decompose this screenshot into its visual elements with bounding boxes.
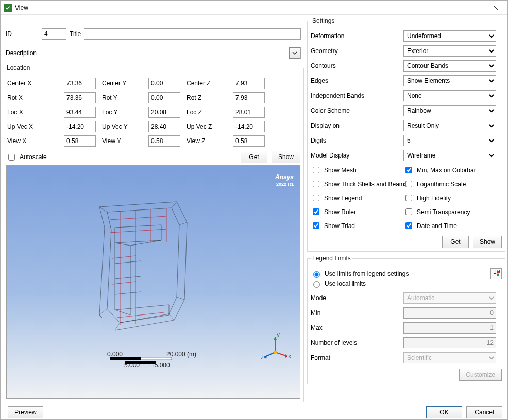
setting-label: Model Display bbox=[311, 152, 403, 159]
window-title: View bbox=[15, 4, 484, 11]
loc-input[interactable] bbox=[64, 78, 96, 89]
loc-input[interactable] bbox=[148, 121, 180, 132]
settings-get-button[interactable]: Get bbox=[442, 236, 469, 248]
loc-label: Up Vec X bbox=[6, 123, 63, 130]
title-label: Title bbox=[70, 30, 81, 38]
setting-select[interactable]: Contour Bands bbox=[403, 60, 496, 72]
description-label: Description bbox=[6, 49, 39, 57]
settings-legend: Settings bbox=[311, 17, 336, 24]
app-icon bbox=[4, 4, 12, 12]
loc-label: Rot Z bbox=[185, 94, 232, 101]
axis-triad: x y z bbox=[260, 331, 291, 362]
description-dropdown-button[interactable] bbox=[289, 47, 300, 59]
loc-label: Loc Y bbox=[101, 109, 147, 116]
setting-label: Display on bbox=[311, 122, 403, 129]
loc-input[interactable] bbox=[64, 121, 96, 132]
svg-rect-19 bbox=[497, 273, 499, 274]
loc-label: Loc Z bbox=[185, 109, 232, 116]
use-local-limits-radio[interactable]: Use local limits bbox=[311, 279, 490, 288]
min-input bbox=[403, 307, 496, 319]
title-input[interactable] bbox=[84, 28, 301, 40]
preview-button[interactable]: Preview bbox=[8, 406, 43, 418]
setting-checkbox[interactable]: Show Ruler bbox=[311, 207, 403, 217]
setting-select[interactable]: Result Only bbox=[403, 120, 496, 131]
loc-label: View Z bbox=[185, 137, 232, 145]
setting-select[interactable]: Exterior bbox=[403, 45, 496, 57]
svg-rect-2 bbox=[110, 357, 141, 360]
mode-label: Mode bbox=[311, 294, 403, 302]
setting-select[interactable]: Show Elements bbox=[403, 75, 496, 86]
setting-checkbox[interactable]: Min, Max on Colorbar bbox=[403, 165, 502, 175]
setting-label: Color Scheme bbox=[311, 107, 403, 114]
setting-checkbox[interactable]: Show Legend bbox=[311, 193, 403, 203]
setting-select[interactable]: Wireframe bbox=[403, 150, 496, 161]
setting-checkbox[interactable]: Date and Time bbox=[403, 221, 502, 231]
setting-label: Deformation bbox=[311, 32, 403, 40]
ok-button[interactable]: OK bbox=[426, 406, 462, 418]
loc-input[interactable] bbox=[233, 121, 265, 132]
id-input[interactable] bbox=[42, 28, 66, 40]
location-get-button[interactable]: Get bbox=[241, 151, 267, 163]
setting-label: Edges bbox=[311, 77, 403, 84]
loc-input[interactable] bbox=[233, 107, 265, 118]
close-button[interactable] bbox=[484, 1, 507, 14]
svg-text:15.000: 15.000 bbox=[151, 362, 170, 367]
legend-settings-icon-button[interactable]: 10 bbox=[490, 268, 502, 279]
loc-input[interactable] bbox=[233, 78, 265, 89]
max-label: Max bbox=[311, 324, 403, 331]
cancel-button[interactable]: Cancel bbox=[466, 406, 502, 418]
svg-text:10: 10 bbox=[493, 270, 500, 275]
setting-checkbox[interactable]: High Fidelity bbox=[403, 193, 502, 203]
svg-text:5.000: 5.000 bbox=[124, 362, 140, 367]
loc-input[interactable] bbox=[233, 135, 265, 147]
svg-text:z: z bbox=[261, 354, 264, 361]
location-show-button[interactable]: Show bbox=[272, 151, 300, 163]
scale-ruler: 0.000 20.000 (m) 5.000 15.000 bbox=[84, 352, 202, 367]
legend-limits-legend: Legend Limits bbox=[311, 255, 352, 262]
location-fieldset: Location Center XCenter YCenter ZRot XRo… bbox=[3, 64, 304, 402]
loc-label: Center X bbox=[6, 80, 63, 87]
setting-select[interactable]: Rainbow bbox=[403, 105, 496, 116]
setting-checkbox[interactable]: Logarithmic Scale bbox=[403, 179, 502, 189]
svg-text:0.000: 0.000 bbox=[107, 352, 123, 358]
setting-checkbox[interactable]: Show Triad bbox=[311, 221, 403, 231]
setting-label: Contours bbox=[311, 62, 403, 69]
setting-checkbox[interactable]: Show Mesh bbox=[311, 165, 403, 175]
autoscale-checkbox[interactable]: Autoscale bbox=[6, 152, 47, 162]
levels-input bbox=[403, 337, 496, 348]
setting-select[interactable]: None bbox=[403, 90, 496, 101]
loc-input[interactable] bbox=[64, 135, 96, 147]
loc-input[interactable] bbox=[64, 92, 96, 103]
setting-select[interactable]: Undeformed bbox=[403, 30, 496, 42]
levels-label: Number of levels bbox=[311, 339, 403, 346]
loc-input[interactable] bbox=[148, 78, 180, 89]
loc-label: Center Z bbox=[185, 80, 232, 87]
setting-label: Digits bbox=[311, 137, 403, 144]
setting-checkbox[interactable]: Semi Transparency bbox=[403, 207, 502, 217]
svg-text:20.000 (m): 20.000 (m) bbox=[166, 352, 196, 358]
setting-checkbox[interactable]: Show Thick Shells and Beams bbox=[311, 179, 403, 189]
loc-label: Up Vec Y bbox=[101, 123, 147, 130]
location-legend: Location bbox=[5, 64, 31, 72]
settings-show-button[interactable]: Show bbox=[473, 236, 502, 248]
svg-text:x: x bbox=[288, 353, 291, 360]
use-limits-from-legend-radio[interactable]: Use limits from legend settings bbox=[311, 270, 490, 278]
loc-input[interactable] bbox=[148, 135, 180, 147]
id-label: ID bbox=[6, 30, 39, 38]
loc-label: Rot Y bbox=[101, 94, 147, 101]
model-viewport[interactable]: Ansys2022 R1 bbox=[6, 165, 300, 399]
loc-label: View Y bbox=[101, 137, 147, 145]
svg-rect-3 bbox=[141, 357, 172, 360]
setting-label: Independent Bands bbox=[311, 92, 403, 99]
settings-fieldset: Settings DeformationUndeformedGeometryEx… bbox=[307, 17, 505, 252]
min-label: Min bbox=[311, 309, 403, 317]
description-input[interactable] bbox=[42, 47, 301, 59]
loc-input[interactable] bbox=[64, 107, 96, 118]
setting-select[interactable]: 5 bbox=[403, 135, 496, 146]
format-select: Scientific bbox=[403, 352, 496, 363]
loc-input[interactable] bbox=[148, 92, 180, 103]
mode-select: Automatic bbox=[403, 292, 496, 304]
loc-input[interactable] bbox=[233, 92, 265, 103]
svg-point-16 bbox=[274, 351, 277, 354]
loc-input[interactable] bbox=[148, 107, 180, 118]
